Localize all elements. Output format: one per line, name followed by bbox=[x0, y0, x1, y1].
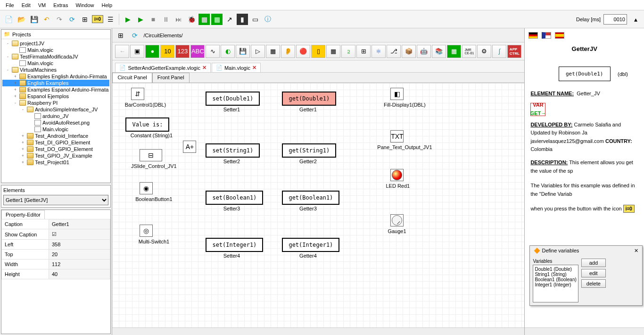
flag-us[interactable] bbox=[542, 32, 551, 39]
palette-btn[interactable]: ▣ bbox=[130, 45, 144, 58]
tree-item[interactable]: -project1JV bbox=[2, 40, 109, 47]
palette-btn[interactable]: ▷ bbox=[251, 45, 265, 58]
tree-item[interactable]: +Examples Espanol Arduino-Firmata bbox=[2, 86, 109, 93]
palette-btn[interactable]: ∫ bbox=[492, 45, 506, 58]
palette-btn[interactable]: 📦 bbox=[402, 45, 416, 58]
palette-btn[interactable]: ● bbox=[145, 45, 159, 58]
info-button[interactable]: ⓘ bbox=[262, 14, 273, 25]
palette-btn[interactable]: ⚙ bbox=[477, 45, 491, 58]
doc-h-scrollbar[interactable] bbox=[525, 327, 644, 335]
palette-btn[interactable]: 🤖 bbox=[417, 45, 431, 58]
palette-btn[interactable]: ⚛ bbox=[372, 45, 386, 58]
list-item[interactable]: Integer1 (Integer) bbox=[535, 282, 576, 287]
scope2-button[interactable]: ▦ bbox=[211, 14, 223, 25]
list-item[interactable]: Boolean1 (Boolean) bbox=[535, 277, 576, 282]
circuit-component[interactable]: ⊟ bbox=[140, 149, 162, 161]
palette-btn[interactable]: 👂 bbox=[281, 45, 295, 58]
palette-btn[interactable]: ⊞ bbox=[356, 45, 371, 58]
list-item[interactable]: String1 (String) bbox=[535, 272, 576, 277]
tab-front[interactable]: Front Panel bbox=[152, 73, 190, 83]
tree-item[interactable]: +Test_DO_GPIO_Element bbox=[2, 146, 109, 152]
close-icon[interactable]: ✕ bbox=[252, 65, 256, 71]
circuit-component[interactable]: ◧ bbox=[390, 88, 404, 100]
palette-btn[interactable]: ⎇ bbox=[387, 45, 401, 58]
prop-value[interactable]: 112 bbox=[49, 260, 110, 269]
prop-value[interactable]: 358 bbox=[49, 240, 110, 250]
tree-item[interactable]: -Raspberry PI bbox=[2, 100, 109, 106]
led-component[interactable] bbox=[390, 169, 404, 181]
step-button[interactable]: ⏭ bbox=[173, 14, 184, 25]
arrow-button[interactable]: ↗ bbox=[224, 14, 235, 25]
list-button[interactable]: ☰ bbox=[105, 14, 116, 25]
reload-icon[interactable]: ⟳ bbox=[129, 30, 140, 41]
run-debug-button[interactable]: ▶ bbox=[135, 14, 146, 25]
menu-edit[interactable]: Edit bbox=[18, 1, 34, 9]
debug-button[interactable]: 🐞 bbox=[186, 14, 197, 25]
prop-value[interactable]: 20 bbox=[49, 250, 110, 260]
tree-item[interactable]: Main.vlogic bbox=[2, 47, 109, 53]
palette-btn[interactable]: ▯ bbox=[311, 45, 325, 58]
tree-item[interactable]: Main.vlogic bbox=[2, 126, 109, 133]
prop-value[interactable]: 40 bbox=[49, 269, 110, 279]
prop-value[interactable]: Getter1 bbox=[49, 219, 110, 229]
menu-extras[interactable]: Extras bbox=[50, 1, 72, 9]
file-tab[interactable]: 📄SetterAndGetterExample.vlogic✕ bbox=[115, 63, 210, 72]
tree-item[interactable]: -ArduinoSimpleInterface_JV bbox=[2, 106, 109, 113]
save-button[interactable]: 💾 bbox=[28, 14, 40, 25]
h-scrollbar[interactable] bbox=[112, 327, 524, 335]
tree-item[interactable]: +Examples English Arduino-Firmata bbox=[2, 73, 109, 80]
delay-spinner[interactable]: ▴ bbox=[630, 14, 641, 25]
palette-btn[interactable]: ∿ bbox=[206, 45, 220, 58]
circuit-canvas[interactable]: ⇵BarControl1(DBL)set(Double1)Setter1get(… bbox=[112, 83, 524, 327]
i0-button[interactable]: i=0 bbox=[92, 14, 103, 25]
circuit-component[interactable]: ◎ bbox=[140, 225, 153, 237]
refresh-button[interactable]: ⟳ bbox=[66, 14, 78, 25]
circuit-component[interactable]: ⇵ bbox=[131, 88, 144, 100]
tab-circuit[interactable]: Circuit Panel bbox=[112, 73, 152, 83]
grid-button[interactable]: ⊞ bbox=[79, 14, 91, 25]
palette-btn[interactable]: ABC bbox=[190, 45, 205, 58]
tree-item[interactable]: AvoidAutoReset.png bbox=[2, 119, 109, 126]
circuit-block[interactable]: set(String1) bbox=[206, 143, 260, 158]
edit-button[interactable]: edit bbox=[581, 269, 606, 277]
pause-button[interactable]: ⏸ bbox=[160, 14, 172, 25]
back-icon[interactable]: ← bbox=[115, 45, 129, 58]
palette-btn[interactable]: JMRCE-01 bbox=[462, 45, 476, 58]
circuit-block[interactable]: get(Boolean1) bbox=[282, 191, 339, 205]
circuit-block[interactable]: get(String1) bbox=[282, 143, 336, 158]
palette-btn[interactable]: APPCTRL bbox=[507, 45, 521, 58]
circuit-block[interactable]: set(Double1) bbox=[206, 92, 260, 106]
menu-vm[interactable]: VM bbox=[34, 1, 50, 9]
redo-button[interactable]: ↷ bbox=[54, 14, 65, 25]
window-button[interactable]: ▭ bbox=[249, 14, 261, 25]
palette-btn[interactable]: ⫈ bbox=[341, 45, 355, 58]
palette-btn[interactable]: 10 bbox=[160, 45, 174, 58]
open-button[interactable]: 📂 bbox=[16, 14, 27, 25]
delay-input[interactable] bbox=[603, 14, 627, 25]
variables-list[interactable]: Double1 (Double)String1 (String)Boolean1… bbox=[533, 265, 578, 302]
run-button[interactable]: ▶ bbox=[122, 14, 133, 25]
circuit-block[interactable]: get(Integer1) bbox=[282, 238, 339, 252]
elements-select[interactable]: Getter1 [GetterJV] bbox=[3, 195, 108, 205]
tree-item[interactable]: +Test_Android_Interface bbox=[2, 133, 109, 139]
tree-item[interactable]: Main.vlogic bbox=[2, 60, 109, 67]
undo-button[interactable]: ↶ bbox=[41, 14, 52, 25]
tree-item[interactable]: +English Examples bbox=[2, 80, 109, 86]
circuit-block[interactable]: get(Double1) bbox=[282, 92, 336, 106]
file-tab[interactable]: 📄Main.vlogic✕ bbox=[212, 63, 261, 72]
palette-btn[interactable]: ▦ bbox=[326, 45, 340, 58]
menu-help[interactable]: Help bbox=[98, 1, 116, 9]
tree-item[interactable]: +Test_DI_GPIO_Element bbox=[2, 139, 109, 146]
home-icon[interactable]: ⊞ bbox=[115, 30, 126, 41]
palette-btn[interactable]: 💾 bbox=[236, 45, 250, 58]
palette-btn[interactable]: ▦ bbox=[266, 45, 280, 58]
list-item[interactable]: Double1 (Double) bbox=[535, 267, 576, 272]
delete-button[interactable]: delete bbox=[581, 279, 606, 288]
flag-es[interactable] bbox=[555, 32, 564, 39]
terminal-button[interactable]: ▮ bbox=[237, 14, 248, 25]
circuit-component[interactable]: ◉ bbox=[140, 182, 153, 194]
tree-item[interactable]: +Test_GPIO_JV_Example bbox=[2, 152, 109, 159]
new-button[interactable]: 📄 bbox=[3, 14, 14, 25]
flag-de[interactable] bbox=[528, 32, 538, 39]
circuit-block[interactable]: set(Boolean1) bbox=[206, 191, 263, 205]
